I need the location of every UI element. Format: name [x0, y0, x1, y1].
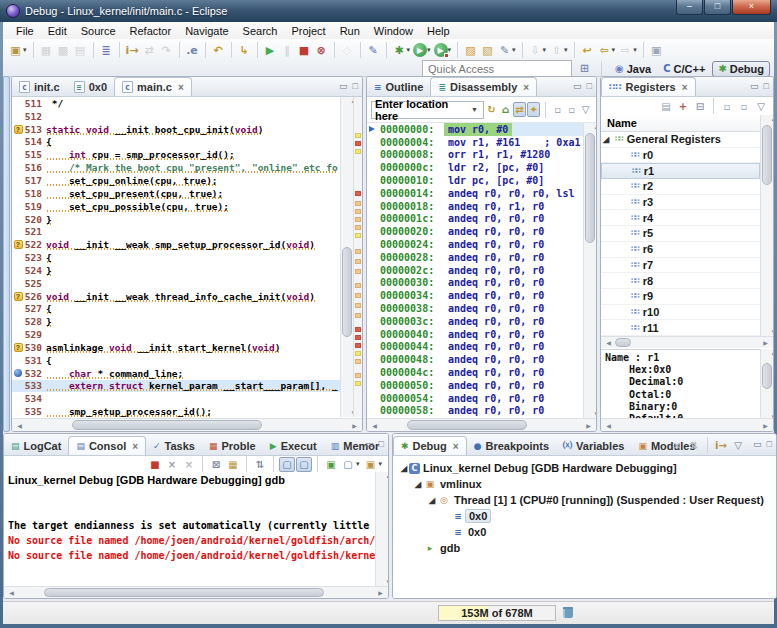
disassembly-line[interactable]: 00000024:andeq r0, r0, r0 [367, 238, 583, 251]
annotation-mark[interactable] [355, 351, 361, 356]
disassembly-hscrollbar[interactable]: ◀▶ [367, 418, 596, 431]
close-tab-icon[interactable]: × [523, 82, 529, 93]
code-line[interactable]: 528} [12, 315, 340, 328]
code-line[interactable]: 514{ [12, 136, 340, 149]
register-row-r5[interactable]: ∷∷r5 [601, 226, 760, 242]
code-line[interactable]: 532 char * command_line; [12, 367, 340, 380]
register-row-r8[interactable]: ∷∷r8 [601, 273, 760, 289]
disassembly-line[interactable]: 0000004c:andeq r0, r0, r0 [367, 366, 583, 379]
tab-init-c[interactable]: cinit.c [12, 77, 67, 96]
new-view-icon[interactable]: ▫ [551, 102, 564, 117]
open-perspective-icon[interactable]: ⊞ [576, 60, 593, 77]
annotation-mark[interactable] [355, 249, 361, 254]
disassembly-line[interactable]: 00000050:andeq r0, r0, r0 [367, 379, 583, 392]
print-icon[interactable]: ▤ [72, 42, 89, 59]
editor-hscrollbar[interactable]: ◀▶ [12, 418, 362, 431]
disassembly-line[interactable]: 0000002c:andeq r0, r0, r0 [367, 264, 583, 277]
annotation-mark[interactable] [355, 259, 361, 264]
maximize-view-icon[interactable]: □ [353, 81, 358, 91]
show-stdout-icon[interactable]: ▢ [279, 457, 295, 472]
restart-icon[interactable]: ↶ [210, 42, 227, 59]
registers-tree[interactable]: ◢∷∷General Registers∷∷r0∷∷r1∷∷r2∷∷r3∷∷r4… [601, 132, 760, 336]
pin-console-icon[interactable]: ▣ [323, 457, 339, 472]
quick-access-input[interactable] [422, 60, 572, 78]
collapse-icon[interactable]: ⇅ [686, 438, 702, 453]
code-line[interactable]: ?522void __init __weak smp_setup_process… [12, 238, 340, 251]
annotation-mark[interactable] [355, 149, 361, 154]
garbage-collect-icon[interactable] [563, 607, 573, 618]
debug-tree-row[interactable]: ◢◎Thread [1] 1 (CPU#0 [running]) (Suspen… [393, 492, 776, 508]
code-line[interactable]: 519 set_cpu_possible(cpu, true); [12, 200, 340, 213]
code-line[interactable]: 520} [12, 213, 340, 226]
overview-ruler[interactable] [353, 97, 362, 417]
console-output[interactable]: The target endianness is set automatical… [4, 490, 375, 586]
disassembly-line[interactable]: 00000018:andeq r0, r1, r0 [367, 200, 583, 213]
view-menu-icon[interactable]: ▽ [730, 438, 746, 453]
menu-navigate[interactable]: Navigate [178, 25, 235, 37]
disassembly-line[interactable]: 00000030:andeq r0, r0, r0 [367, 277, 583, 290]
minimize-view-icon[interactable]: ▭ [365, 439, 374, 449]
tab-main-c[interactable]: cmain.c× [114, 77, 192, 96]
disassembly-line[interactable]: 00000044:andeq r0, r0, r0 [367, 341, 583, 354]
menu-edit[interactable]: Edit [41, 25, 74, 37]
code-line[interactable]: ?513static void __init boot_cpu_init(voi… [12, 123, 340, 136]
back-icon[interactable]: ⇦ [596, 42, 613, 59]
forward-icon[interactable]: ⇨ [617, 42, 634, 59]
maximize-view-icon[interactable]: □ [587, 81, 592, 91]
disassembly-line[interactable]: 00000028:andeq r0, r0, r0 [367, 251, 583, 264]
code-line[interactable]: 511 */ [12, 97, 340, 110]
menu-search[interactable]: Search [236, 25, 285, 37]
tab-tasks[interactable]: ✓Tasks [146, 436, 202, 455]
clear-console-icon[interactable]: ⊠ [208, 457, 224, 472]
sync-selection-icon[interactable]: ✦ [527, 102, 540, 117]
collapse-all-icon[interactable]: ⊟ [692, 99, 708, 114]
editor-vscrollbar[interactable]: ▲▼ [340, 97, 353, 417]
code-line[interactable]: 521 [12, 225, 340, 238]
code-line[interactable]: ?530asmlinkage void __init start_kernel(… [12, 341, 340, 354]
register-row-r3[interactable]: ∷∷r3 [601, 195, 760, 211]
maximize-button[interactable]: □ [704, 0, 731, 15]
tab-0x0[interactable]: ≡0x0 [67, 77, 114, 96]
code-line[interactable]: 525 [12, 277, 340, 290]
close-button[interactable]: × [732, 0, 771, 15]
open-log-icon[interactable]: ▦ [225, 457, 241, 472]
annotation-mark[interactable] [355, 381, 361, 386]
tab-registers[interactable]: ∷∷Registers× [601, 77, 696, 96]
console-vscrollbar[interactable]: ▲▼ [375, 472, 388, 586]
minimize-view-icon[interactable]: ▭ [750, 81, 759, 91]
register-group-row[interactable]: ◢∷∷General Registers [601, 132, 760, 148]
tab-execut[interactable]: ▶Execut [263, 436, 324, 455]
annotation-mark[interactable] [355, 269, 361, 274]
annotation-mark[interactable] [355, 335, 361, 340]
annotation-mark[interactable] [355, 133, 361, 138]
registers-column-header[interactable]: Name [601, 115, 760, 132]
terminate-icon[interactable]: ■ [147, 457, 163, 472]
tab-variables[interactable]: ⒳Variables [556, 436, 631, 455]
code-line[interactable]: 523{ [12, 251, 340, 264]
disassembly-line[interactable]: 00000034:andeq r0, r0, r0 [367, 289, 583, 302]
menu-project[interactable]: Project [284, 25, 332, 37]
tab-debug[interactable]: ✱Debug× [393, 436, 467, 455]
tab-breakpoints[interactable]: ●Breakpoints [467, 436, 556, 455]
refresh-icon[interactable]: ↻ [485, 102, 498, 117]
disassembly-view[interactable]: 00000000:mov r0, #000000004:mov r1, #161… [367, 123, 583, 418]
step-over-icon[interactable]: ⇄ [141, 42, 158, 59]
annotation-mark[interactable] [355, 359, 361, 364]
tab-logcat[interactable]: ▤LogCat [4, 436, 68, 455]
disassembly-line[interactable]: 0000001c:andeq r0, r0, r0 [367, 213, 583, 226]
maximize-view-icon[interactable]: □ [379, 439, 384, 449]
external-tools-icon[interactable]: ▶ [434, 43, 448, 57]
disassembly-line[interactable]: 00000054:andeq r0, r0, r0 [367, 392, 583, 405]
debug-tree-row[interactable]: ▸gdb [393, 540, 776, 556]
combo-dropdown-icon[interactable]: ▼ [471, 106, 478, 113]
menu-window[interactable]: Window [367, 25, 420, 37]
pin-editor-icon[interactable]: ▣ [648, 42, 665, 59]
close-tab-icon[interactable]: × [453, 441, 459, 452]
suspend-icon[interactable]: ‖ [279, 42, 296, 59]
code-line[interactable]: 529 [12, 328, 340, 341]
new-wizard-icon[interactable]: ▣ [7, 42, 24, 59]
annotation-mark[interactable] [355, 225, 361, 230]
annotation-mark[interactable] [355, 233, 361, 238]
tab-outline[interactable]: ≡Outline [367, 77, 430, 96]
save-all-icon[interactable]: ▩ [55, 42, 72, 59]
